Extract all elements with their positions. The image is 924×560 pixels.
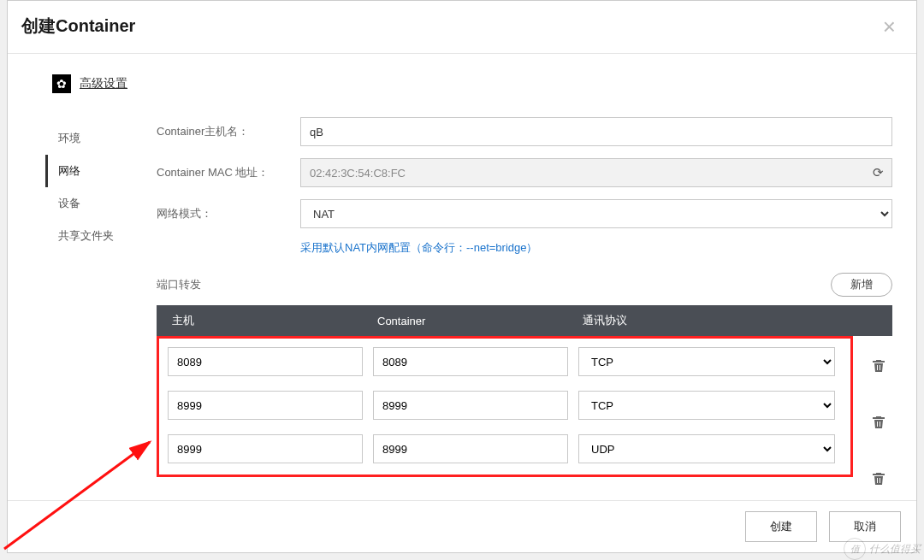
container-port-input[interactable]	[373, 391, 568, 420]
protocol-select[interactable]: UDP	[578, 434, 835, 463]
modal-footer: 创建 取消	[8, 500, 916, 552]
mac-label: Container MAC 地址：	[157, 165, 285, 180]
menu-item-network[interactable]: 网络	[45, 155, 157, 187]
table-row: UDP	[163, 427, 847, 471]
modal-header: 创建Container ×	[8, 1, 916, 54]
netmode-hint: 采用默认NAT内网配置（命令行：--net=bridge）	[300, 240, 892, 256]
container-port-input[interactable]	[373, 434, 568, 463]
protocol-select[interactable]: TCP	[578, 347, 835, 376]
port-forward-label: 端口转发	[157, 277, 201, 292]
create-container-modal: 创建Container × ✿ 高级设置 环境 网络 设备 共享文件夹	[7, 0, 917, 553]
close-icon[interactable]: ×	[883, 15, 896, 38]
create-button[interactable]: 创建	[745, 511, 817, 542]
netmode-select[interactable]: NAT	[300, 199, 892, 228]
gear-icon: ✿	[52, 74, 71, 93]
table-row: TCP	[163, 340, 847, 384]
protocol-select[interactable]: TCP	[578, 391, 835, 420]
watermark: 值什么值得买	[844, 538, 921, 560]
table-row: TCP	[163, 384, 847, 427]
port-rows-highlight: TCP TCP UDP	[157, 336, 853, 477]
th-host: 主机	[162, 313, 367, 328]
port-table: 主机 Container 通讯协议 TCP TCP UDP	[157, 305, 892, 500]
trash-icon[interactable]	[865, 345, 892, 387]
th-protocol: 通讯协议	[572, 313, 887, 328]
trash-icon[interactable]	[865, 401, 892, 444]
hostname-input[interactable]	[300, 117, 892, 146]
host-port-input[interactable]	[168, 391, 363, 420]
table-row: TCP TCP UDP	[157, 336, 892, 500]
refresh-icon[interactable]: ⟳	[873, 165, 884, 180]
menu-item-device[interactable]: 设备	[45, 187, 157, 220]
modal-body: ✿ 高级设置 环境 网络 设备 共享文件夹 Container主机名：	[8, 54, 916, 552]
side-menu: 环境 网络 设备 共享文件夹	[45, 114, 157, 500]
advanced-settings-link[interactable]: 高级设置	[80, 76, 127, 91]
table-head: 主机 Container 通讯协议	[157, 305, 892, 336]
form-area: Container主机名： Container MAC 地址： ⟳ 网络模式：	[157, 114, 892, 500]
menu-item-env[interactable]: 环境	[45, 122, 157, 155]
container-port-input[interactable]	[373, 347, 568, 376]
hostname-label: Container主机名：	[157, 124, 285, 139]
host-port-input[interactable]	[168, 347, 363, 376]
advanced-settings-row: ✿ 高级设置	[52, 74, 892, 93]
netmode-label: 网络模式：	[157, 206, 285, 221]
menu-item-shared-folder[interactable]: 共享文件夹	[45, 220, 157, 252]
add-port-button[interactable]: 新增	[831, 273, 892, 297]
host-port-input[interactable]	[168, 434, 363, 463]
th-container: Container	[367, 315, 572, 327]
trash-icon[interactable]	[865, 457, 892, 500]
modal-title: 创建Container	[21, 15, 135, 38]
mac-input[interactable]	[300, 158, 892, 187]
scroll-area[interactable]: ✿ 高级设置 环境 网络 设备 共享文件夹 Container主机名：	[8, 54, 916, 500]
